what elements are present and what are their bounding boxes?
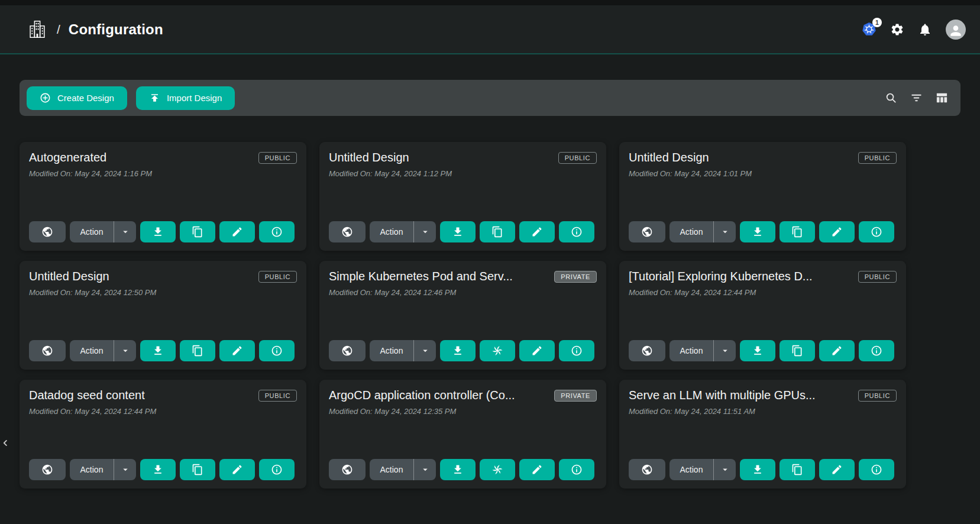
publish-globe-button[interactable] <box>329 340 366 361</box>
publish-globe-button[interactable] <box>629 221 665 242</box>
header-actions: 1 <box>862 20 966 40</box>
publish-globe-button[interactable] <box>29 221 66 242</box>
download-button[interactable] <box>440 221 476 242</box>
clone-button[interactable] <box>780 221 815 242</box>
download-button[interactable] <box>140 459 176 480</box>
import-design-label: Import Design <box>167 93 222 103</box>
action-button[interactable]: Action <box>70 459 114 480</box>
chevron-down-icon <box>720 345 730 356</box>
download-button[interactable] <box>140 340 176 361</box>
edit-button[interactable] <box>219 340 255 361</box>
download-button[interactable] <box>140 221 176 242</box>
globe-icon <box>641 345 653 357</box>
design-title: ArgoCD application controller (Co... <box>329 389 515 402</box>
download-button[interactable] <box>740 340 775 361</box>
action-button[interactable]: Action <box>70 340 114 361</box>
info-button[interactable] <box>259 459 295 480</box>
action-button[interactable]: Action <box>370 340 413 361</box>
notifications-button[interactable] <box>918 22 932 37</box>
edit-icon <box>231 464 243 476</box>
filter-button[interactable] <box>910 91 923 105</box>
publish-globe-button[interactable] <box>329 459 366 480</box>
card-header: Serve an LLM with multiple GPUs... PUBLI… <box>629 389 897 402</box>
clone-button[interactable] <box>180 459 215 480</box>
action-dropdown-toggle[interactable] <box>114 459 136 480</box>
collapse-panel-button[interactable] <box>0 434 12 452</box>
info-button[interactable] <box>559 459 594 480</box>
create-design-button[interactable]: Create Design <box>27 86 127 110</box>
info-icon <box>571 345 583 357</box>
action-button[interactable]: Action <box>669 221 713 242</box>
design-title: Untitled Design <box>29 270 109 283</box>
chevron-down-icon <box>420 345 431 356</box>
info-button[interactable] <box>259 221 295 242</box>
clone-button[interactable] <box>780 459 815 480</box>
publish-globe-button[interactable] <box>629 459 665 480</box>
user-avatar[interactable] <box>946 20 966 40</box>
edit-button[interactable] <box>519 221 555 242</box>
person-icon <box>948 23 963 38</box>
action-dropdown-toggle[interactable] <box>713 221 736 242</box>
copy-icon <box>192 226 203 238</box>
clone-button[interactable] <box>480 340 515 361</box>
action-button[interactable]: Action <box>669 340 713 361</box>
info-button[interactable] <box>859 459 894 480</box>
action-dropdown-toggle[interactable] <box>713 340 736 361</box>
table-view-button[interactable] <box>935 91 949 105</box>
edit-button[interactable] <box>519 340 555 361</box>
edit-button[interactable] <box>819 340 855 361</box>
download-button[interactable] <box>740 221 775 242</box>
clone-button[interactable] <box>480 221 515 242</box>
publish-globe-button[interactable] <box>629 340 665 361</box>
clone-button[interactable] <box>480 459 515 480</box>
toolbar-right-icons <box>884 91 949 105</box>
publish-globe-button[interactable] <box>29 459 66 480</box>
action-dropdown-toggle[interactable] <box>413 221 436 242</box>
design-title: Untitled Design <box>629 151 709 164</box>
design-title: Serve an LLM with multiple GPUs... <box>629 389 816 402</box>
clone-button[interactable] <box>180 221 215 242</box>
action-button[interactable]: Action <box>669 459 713 480</box>
settings-button[interactable] <box>890 22 904 37</box>
card-action-bar: Action <box>329 221 597 242</box>
clone-button[interactable] <box>180 340 215 361</box>
info-button[interactable] <box>559 221 594 242</box>
action-dropdown-toggle[interactable] <box>413 340 436 361</box>
visibility-badge: PUBLIC <box>858 390 897 402</box>
info-button[interactable] <box>559 340 594 361</box>
download-button[interactable] <box>740 459 775 480</box>
action-dropdown-toggle[interactable] <box>713 459 736 480</box>
card-action-bar: Action <box>29 340 297 361</box>
action-split-button: Action <box>669 340 736 361</box>
action-button[interactable]: Action <box>70 221 114 242</box>
action-button[interactable]: Action <box>370 459 413 480</box>
search-icon <box>884 91 898 105</box>
clone-button[interactable] <box>780 340 815 361</box>
edit-button[interactable] <box>219 221 255 242</box>
search-button[interactable] <box>884 91 898 105</box>
action-dropdown-toggle[interactable] <box>413 459 436 480</box>
card-header: Untitled Design PUBLIC <box>329 151 597 164</box>
action-dropdown-toggle[interactable] <box>114 340 136 361</box>
action-button-label: Action <box>680 227 703 237</box>
edit-button[interactable] <box>819 221 855 242</box>
publish-globe-button[interactable] <box>329 221 366 242</box>
page-title: Configuration <box>69 21 163 38</box>
kubernetes-context-button[interactable]: 1 <box>862 22 876 37</box>
info-button[interactable] <box>859 340 894 361</box>
edit-button[interactable] <box>519 459 555 480</box>
action-button-label: Action <box>80 227 104 237</box>
edit-button[interactable] <box>219 459 255 480</box>
import-design-button[interactable]: Import Design <box>136 86 235 110</box>
info-button[interactable] <box>259 340 295 361</box>
card-header: ArgoCD application controller (Co... PRI… <box>329 389 597 402</box>
edit-button[interactable] <box>819 459 855 480</box>
publish-globe-button[interactable] <box>29 340 66 361</box>
action-dropdown-toggle[interactable] <box>114 221 136 242</box>
info-button[interactable] <box>859 221 894 242</box>
action-button-label: Action <box>380 465 403 474</box>
action-button[interactable]: Action <box>370 221 413 242</box>
download-button[interactable] <box>440 340 476 361</box>
building-logo-icon[interactable] <box>28 20 46 39</box>
download-button[interactable] <box>440 459 476 480</box>
